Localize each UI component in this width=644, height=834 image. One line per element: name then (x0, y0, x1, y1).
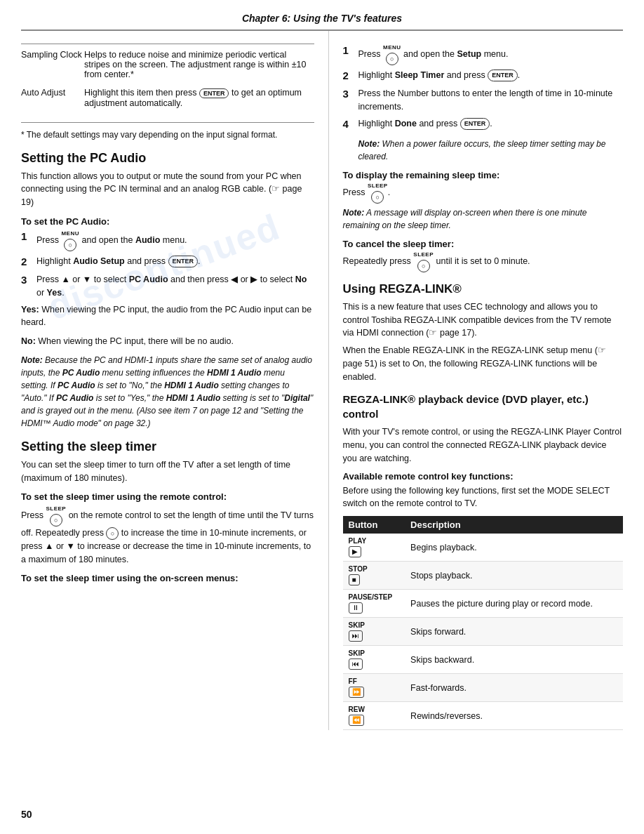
auto-adjust-row: Auto Adjust Highlight this item then pre… (21, 88, 314, 108)
enter-icon-r4: ENTER (460, 118, 490, 131)
pc-audio-step-3: 3 Press ▲ or ▼ to select PC Audio and th… (21, 273, 314, 300)
sleep-timer-remote-title: To set the sleep timer using the remote … (21, 491, 314, 502)
yes-text: Yes: When viewing the PC input, the audi… (21, 303, 314, 330)
desc-cell: Pauses the picture during play or record… (405, 590, 623, 618)
table-row: SKIP⏭Skips forward. (343, 618, 623, 646)
sleep-timer-title: Setting the sleep timer (21, 439, 314, 454)
regza-intro2: When the Enable REGZA-LINK in the REGZA-… (343, 344, 623, 383)
enter-icon-adjust: ENTER (199, 88, 229, 98)
pc-audio-set-title: To set the PC Audio: (21, 216, 314, 227)
button-cell: SKIP⏮ (343, 646, 405, 674)
sampling-clock-row: Sampling Clock Helps to reduce noise and… (21, 50, 314, 79)
setup-step-4: 4 Highlight Done and press ENTER. (343, 117, 623, 133)
desc-cell: Skips forward. (405, 618, 623, 646)
setup-step-1: 1 Press MENU○ and open the Setup menu. (343, 44, 623, 65)
sampling-clock-desc: Helps to reduce noise and minimize perio… (84, 50, 314, 79)
table-row: SKIP⏮Skips backward. (343, 646, 623, 674)
pc-audio-title: Setting the PC Audio (21, 151, 314, 166)
table-header-button: Button (343, 516, 405, 534)
menu-btn-1: MENU○ (61, 230, 79, 251)
setup-step-3: 3 Press the Number buttons to enter the … (343, 87, 623, 114)
pc-audio-note: Note: Because the PC and HDMI-1 inputs s… (21, 354, 314, 430)
avail-title: Available remote control key functions: (343, 471, 623, 482)
button-cell: PAUSE/STEP⏸ (343, 590, 405, 618)
sleep-timer-onscreen-title: To set the sleep timer using the on-scre… (21, 573, 314, 583)
playback-intro: With your TV's remote control, or using … (343, 425, 623, 465)
sleep-btn-cancel: SLEEP○ (413, 251, 434, 272)
menu-btn-right: MENU○ (383, 44, 401, 65)
sleep-btn-2: ○ (106, 527, 119, 540)
pc-audio-intro: This function allows you to output or mu… (21, 170, 314, 209)
button-cell: SKIP⏭ (343, 618, 405, 646)
pc-audio-step-2: 2 Highlight Audio Setup and press ENTER. (21, 255, 314, 270)
table-row: REW⏪Rewinds/reverses. (343, 702, 623, 730)
setup-step-2: 2 Highlight Sleep Timer and press ENTER. (343, 69, 623, 84)
table-row: STOP■Stops playback. (343, 562, 623, 590)
desc-cell: Fast-forwards. (405, 674, 623, 702)
page-number: 50 (21, 809, 32, 820)
avail-intro: Before using the following key functions… (343, 484, 623, 511)
button-cell: STOP■ (343, 562, 405, 590)
sleep-timer-remote-text: Press SLEEP○ on the remote control to se… (21, 505, 314, 566)
button-cell: FF⏩ (343, 674, 405, 702)
auto-adjust-desc: Highlight this item then press ENTER to … (84, 88, 314, 108)
regza-intro1: This is a new feature that uses CEC tech… (343, 300, 623, 340)
footnote: * The default settings may vary dependin… (21, 128, 314, 141)
power-note: Note: When a power failure occurs, the s… (358, 138, 623, 163)
sampling-clock-label: Sampling Clock (21, 50, 84, 79)
sleep-btn-display: SLEEP○ (368, 182, 388, 204)
pc-audio-step-1: 1 Press MENU○ and open the Audio menu. (21, 230, 314, 251)
display-note: Note: A message will display on-screen w… (343, 206, 623, 232)
cancel-text: Repeatedly press SLEEP○ until it is set … (343, 251, 623, 272)
display-title: To display the remaining sleep time: (343, 170, 623, 180)
sleep-btn-remote: SLEEP○ (46, 505, 66, 527)
table-row: PLAY▶Begins playback. (343, 534, 623, 562)
right-column: 1 Press MENU○ and open the Setup menu. 2… (329, 31, 623, 730)
desc-cell: Stops playback. (405, 562, 623, 590)
no-text: No: When viewing the PC input, there wil… (21, 335, 314, 348)
sleep-timer-intro: You can set the sleep timer to turn off … (21, 458, 314, 485)
enter-icon-r2: ENTER (488, 70, 518, 82)
table-row: FF⏩Fast-forwards. (343, 674, 623, 702)
enter-icon-2: ENTER (168, 256, 199, 268)
display-text: Press SLEEP○. (343, 182, 623, 204)
left-column: Sampling Clock Helps to reduce noise and… (21, 31, 329, 730)
auto-adjust-label: Auto Adjust (21, 88, 84, 108)
playback-title: REGZA-LINK® playback device (DVD player,… (343, 392, 623, 421)
desc-cell: Rewinds/reverses. (405, 702, 623, 730)
sampling-table: Sampling Clock Helps to reduce noise and… (21, 44, 314, 123)
regza-title: Using REGZA-LINK® (343, 282, 623, 296)
pc-audio-steps: 1 Press MENU○ and open the Audio menu. 2… (21, 230, 314, 300)
desc-cell: Begins playback. (405, 534, 623, 562)
table-header-desc: Description (405, 516, 623, 534)
button-cell: REW⏪ (343, 702, 405, 730)
cancel-title: To cancel the sleep timer: (343, 239, 623, 249)
page-footer: 50 (21, 809, 32, 820)
desc-cell: Skips backward. (405, 646, 623, 674)
setup-steps: 1 Press MENU○ and open the Setup menu. 2… (343, 44, 623, 132)
table-row: PAUSE/STEP⏸Pauses the picture during pla… (343, 590, 623, 618)
page-header: Chapter 6: Using the TV's features (21, 0, 623, 31)
button-table: Button Description PLAY▶Begins playback.… (343, 516, 623, 730)
button-cell: PLAY▶ (343, 534, 405, 562)
